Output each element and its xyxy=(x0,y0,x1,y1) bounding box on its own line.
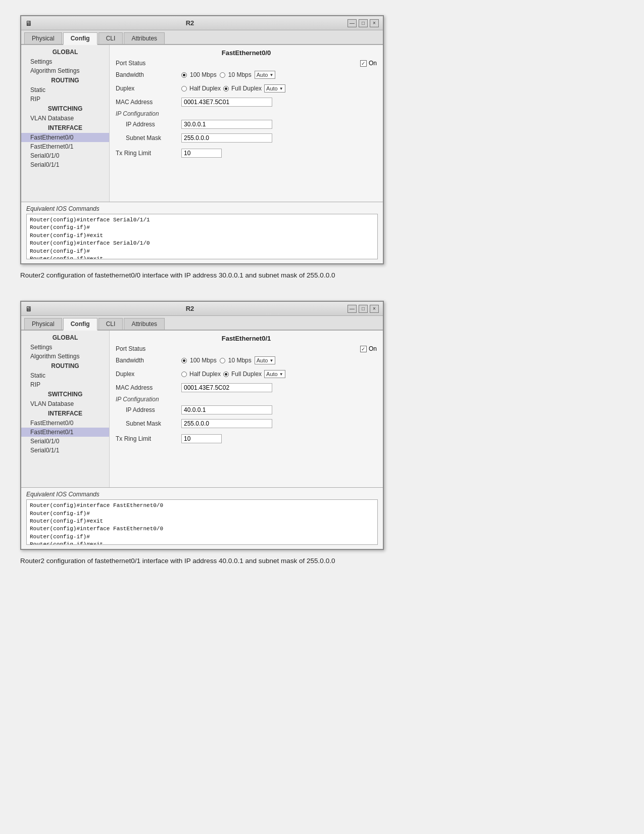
sidebar-item-interface[interactable]: INTERFACE xyxy=(21,408,109,419)
duplex-auto-select[interactable]: Auto xyxy=(264,84,285,92)
sidebar-item-interface[interactable]: INTERFACE xyxy=(21,123,109,133)
bandwidth-100-radio[interactable] xyxy=(181,358,187,363)
port-status-label: Port Status xyxy=(116,345,145,352)
sidebar-item-serial0/1/1[interactable]: Serial0/1/1 xyxy=(21,446,109,455)
sidebar-item-fastethernet0/1[interactable]: FastEthernet0/1 xyxy=(21,428,109,437)
close-button[interactable]: × xyxy=(370,305,379,313)
tx-ring-label: Tx Ring Limit xyxy=(116,150,181,157)
window-body: GLOBALSettingsAlgorithm SettingsROUTINGS… xyxy=(21,45,383,202)
subnet-mask-input[interactable] xyxy=(181,133,272,143)
mac-address-row: MAC Address xyxy=(116,97,377,108)
mac-address-label: MAC Address xyxy=(116,384,181,391)
window-controls: —□× xyxy=(348,19,379,27)
tx-ring-input[interactable] xyxy=(181,149,222,158)
bandwidth-auto-select[interactable]: Auto xyxy=(255,71,276,79)
maximize-button[interactable]: □ xyxy=(359,305,368,313)
half-duplex-radio[interactable] xyxy=(181,86,187,91)
tab-attributes[interactable]: Attributes xyxy=(124,318,165,330)
bandwidth-label: Bandwidth xyxy=(116,357,181,364)
ios-command-line: Router(config-if)#exit xyxy=(30,255,374,259)
ip-config-label: IP Configuration xyxy=(116,396,377,403)
sidebar-item-global[interactable]: GLOBAL xyxy=(21,333,109,343)
sidebar-item-vlan-database[interactable]: VLAN Database xyxy=(21,399,109,408)
full-duplex-radio[interactable] xyxy=(223,372,229,377)
ios-commands-label: Equivalent IOS Commands xyxy=(26,205,378,212)
tab-attributes[interactable]: Attributes xyxy=(124,32,165,44)
minimize-button[interactable]: — xyxy=(348,19,357,27)
sidebar-item-algorithm-settings[interactable]: Algorithm Settings xyxy=(21,66,109,75)
duplex-auto-select[interactable]: Auto xyxy=(264,370,285,378)
sidebar-item-settings[interactable]: Settings xyxy=(21,343,109,352)
sidebar-item-serial0/1/0[interactable]: Serial0/1/0 xyxy=(21,151,109,160)
ip-address-input[interactable] xyxy=(181,120,272,129)
port-status-checkbox-group: On xyxy=(360,345,377,352)
subnet-mask-label: Subnet Mask xyxy=(116,134,181,142)
tx-ring-input[interactable] xyxy=(181,434,222,443)
bandwidth-options: 100 Mbps10 MbpsAuto xyxy=(181,71,275,79)
duplex-label: Duplex xyxy=(116,370,181,378)
bandwidth-10-radio[interactable] xyxy=(220,358,225,363)
sidebar-item-routing[interactable]: ROUTING xyxy=(21,361,109,371)
section-block-0: 🖥R2—□×PhysicalConfigCLIAttributesGLOBALS… xyxy=(20,15,624,281)
sidebar-item-serial0/1/1[interactable]: Serial0/1/1 xyxy=(21,160,109,169)
sidebar-item-routing[interactable]: ROUTING xyxy=(21,75,109,85)
ios-command-line: Router(config-if)#exit xyxy=(30,518,374,525)
sidebar-item-rip[interactable]: RIP xyxy=(21,380,109,389)
tab-cli[interactable]: CLI xyxy=(98,318,123,330)
duplex-options: Half DuplexFull DuplexAuto xyxy=(181,84,285,92)
ios-section: Equivalent IOS CommandsRouter(config)#in… xyxy=(21,202,383,263)
sidebar-item-fastethernet0/1[interactable]: FastEthernet0/1 xyxy=(21,142,109,151)
sidebar-item-switching[interactable]: SWITCHING xyxy=(21,104,109,114)
mac-address-input[interactable] xyxy=(181,98,272,107)
tx-ring-label: Tx Ring Limit xyxy=(116,435,181,442)
sidebar-item-vlan-database[interactable]: VLAN Database xyxy=(21,114,109,123)
tab-config[interactable]: Config xyxy=(63,318,97,331)
sidebar-item-rip[interactable]: RIP xyxy=(21,95,109,104)
subnet-mask-label: Subnet Mask xyxy=(116,420,181,427)
sidebar-item-serial0/1/0[interactable]: Serial0/1/0 xyxy=(21,437,109,446)
tab-cli[interactable]: CLI xyxy=(98,32,123,44)
ip-config-label: IP Configuration xyxy=(116,110,377,117)
bandwidth-100-radio[interactable] xyxy=(181,72,187,78)
port-status-checkbox[interactable] xyxy=(360,60,367,67)
half-duplex-radio[interactable] xyxy=(181,372,187,377)
sidebar-item-static[interactable]: Static xyxy=(21,371,109,380)
full-duplex-radio[interactable] xyxy=(223,86,229,91)
sidebar-item-switching[interactable]: SWITCHING xyxy=(21,389,109,399)
sidebar-item-settings[interactable]: Settings xyxy=(21,57,109,66)
tab-physical[interactable]: Physical xyxy=(24,318,62,330)
tab-config[interactable]: Config xyxy=(63,32,97,45)
bandwidth-10-radio[interactable] xyxy=(220,72,225,78)
sidebar-item-fastethernet0/0[interactable]: FastEthernet0/0 xyxy=(21,419,109,428)
sidebar-item-algorithm-settings[interactable]: Algorithm Settings xyxy=(21,352,109,361)
main-content: FastEthernet0/1Port StatusOnBandwidth100… xyxy=(110,331,383,487)
router-icon: 🖥 xyxy=(25,305,32,313)
tab-physical[interactable]: Physical xyxy=(24,32,62,44)
router-window-0: 🖥R2—□×PhysicalConfigCLIAttributesGLOBALS… xyxy=(20,15,384,264)
mac-address-label: MAC Address xyxy=(116,99,181,106)
sidebar-item-static[interactable]: Static xyxy=(21,85,109,95)
bandwidth-row: Bandwidth100 Mbps10 MbpsAuto xyxy=(116,69,377,80)
window-body: GLOBALSettingsAlgorithm SettingsROUTINGS… xyxy=(21,331,383,487)
ip-address-label: IP Address xyxy=(116,121,181,128)
port-status-checkbox[interactable] xyxy=(360,346,367,352)
subnet-mask-input[interactable] xyxy=(181,419,272,428)
subnet-mask-row: Subnet Mask xyxy=(116,132,377,144)
sidebar-item-fastethernet0/0[interactable]: FastEthernet0/0 xyxy=(21,133,109,142)
interface-title: FastEthernet0/1 xyxy=(116,335,377,342)
ios-terminal[interactable]: Router(config)#interface Serial0/1/1Rout… xyxy=(26,214,378,259)
on-label: On xyxy=(369,345,377,352)
ios-terminal[interactable]: Router(config)#interface FastEthernet0/0… xyxy=(26,499,378,545)
ip-address-label: IP Address xyxy=(116,406,181,413)
maximize-button[interactable]: □ xyxy=(359,19,368,27)
minimize-button[interactable]: — xyxy=(348,305,357,313)
bandwidth-auto-select[interactable]: Auto xyxy=(255,356,276,364)
ios-command-line: Router(config)#interface FastEthernet0/0 xyxy=(30,525,374,533)
full-duplex-label: Full Duplex xyxy=(231,370,262,378)
sidebar-item-global[interactable]: GLOBAL xyxy=(21,47,109,57)
mac-address-input[interactable] xyxy=(181,383,272,392)
close-button[interactable]: × xyxy=(370,19,379,27)
ip-address-input[interactable] xyxy=(181,405,272,414)
ip-address-row: IP Address xyxy=(116,119,377,130)
tab-bar: PhysicalConfigCLIAttributes xyxy=(21,316,383,331)
